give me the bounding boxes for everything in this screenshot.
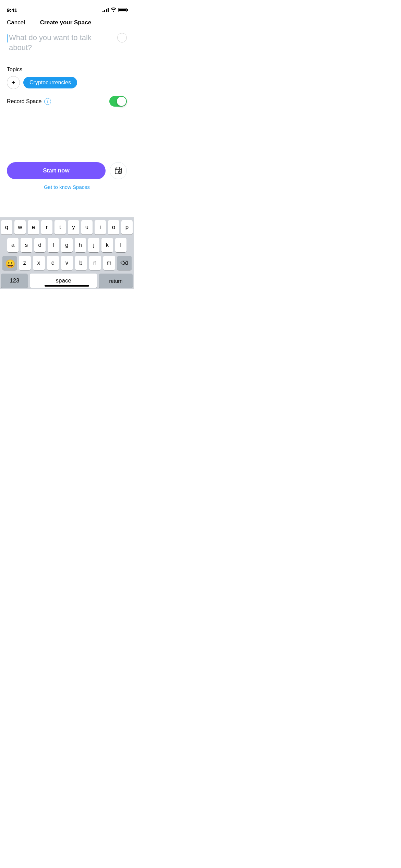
- key-m[interactable]: m: [103, 256, 115, 270]
- cancel-button[interactable]: Cancel: [7, 19, 25, 26]
- record-toggle[interactable]: [109, 96, 127, 107]
- start-now-label: Start now: [43, 167, 69, 174]
- key-n[interactable]: n: [89, 256, 101, 270]
- emoji-icon: 😀: [5, 259, 15, 269]
- info-icon-text: i: [47, 99, 48, 104]
- signal-icon: [102, 8, 109, 12]
- record-left: Record Space i: [7, 98, 51, 105]
- key-c[interactable]: c: [47, 256, 59, 270]
- action-area: Start now Get to know Spaces: [0, 162, 134, 190]
- emoji-button[interactable]: 😀: [4, 258, 16, 270]
- record-space-row: Record Space i: [7, 96, 127, 107]
- key-j[interactable]: j: [88, 238, 99, 252]
- main-content: What do you want to talk about? Topics +…: [0, 30, 134, 107]
- key-k[interactable]: k: [101, 238, 113, 252]
- topic-chip-cryptocurrencies[interactable]: Cryptocurrencies: [23, 77, 77, 88]
- text-cursor: [7, 34, 8, 43]
- key-u[interactable]: u: [81, 220, 93, 234]
- key-o[interactable]: o: [108, 220, 119, 234]
- key-i[interactable]: i: [95, 220, 106, 234]
- home-indicator: [45, 285, 89, 287]
- info-icon[interactable]: i: [44, 98, 51, 105]
- delete-icon: ⌫: [120, 260, 128, 266]
- keyboard: q w e r t y u i o p a s d f g h j k l ⇧ …: [0, 217, 134, 289]
- topics-row: + Cryptocurrencies: [7, 76, 127, 89]
- wifi-icon: [111, 8, 116, 13]
- topics-label: Topics: [7, 67, 127, 73]
- calendar-clock-icon: [114, 167, 122, 175]
- battery-icon: [118, 8, 127, 12]
- key-s[interactable]: s: [21, 238, 32, 252]
- key-v[interactable]: v: [61, 256, 73, 270]
- start-now-button[interactable]: Start now: [7, 162, 106, 179]
- toggle-thumb: [117, 97, 126, 106]
- key-w[interactable]: w: [14, 220, 26, 234]
- key-t[interactable]: t: [54, 220, 66, 234]
- key-l[interactable]: l: [115, 238, 126, 252]
- status-bar: 9:41: [0, 0, 134, 15]
- status-icons: [102, 8, 127, 13]
- keyboard-row-3: ⇧ z x c v b n m ⌫: [1, 256, 133, 270]
- key-d[interactable]: d: [34, 238, 46, 252]
- delete-key[interactable]: ⌫: [117, 256, 132, 270]
- key-z[interactable]: z: [19, 256, 31, 270]
- bottom-area: [0, 285, 134, 287]
- key-x[interactable]: x: [33, 256, 45, 270]
- plus-icon: +: [11, 79, 15, 86]
- record-label: Record Space: [7, 98, 41, 105]
- key-y[interactable]: y: [68, 220, 79, 234]
- schedule-button[interactable]: [110, 162, 127, 179]
- key-r[interactable]: r: [41, 220, 52, 234]
- add-topic-button[interactable]: +: [7, 76, 20, 89]
- key-q[interactable]: q: [1, 220, 12, 234]
- key-f[interactable]: f: [48, 238, 59, 252]
- key-e[interactable]: e: [28, 220, 39, 234]
- keyboard-row-1: q w e r t y u i o p: [1, 220, 133, 234]
- action-buttons-row: Start now: [7, 162, 127, 179]
- space-title-input-area[interactable]: What do you want to talk about?: [7, 33, 127, 58]
- key-g[interactable]: g: [61, 238, 72, 252]
- keyboard-row-2: a s d f g h j k l: [1, 238, 133, 252]
- get-to-know-link[interactable]: Get to know Spaces: [7, 184, 127, 190]
- page-title: Create your Space: [40, 19, 91, 26]
- key-h[interactable]: h: [75, 238, 86, 252]
- avatar-circle: [117, 33, 127, 43]
- key-p[interactable]: p: [121, 220, 133, 234]
- key-b[interactable]: b: [75, 256, 87, 270]
- status-time: 9:41: [7, 7, 17, 13]
- topics-section: Topics + Cryptocurrencies: [7, 67, 127, 89]
- space-title-placeholder: What do you want to talk about?: [9, 33, 114, 52]
- nav-bar: Cancel Create your Space: [0, 15, 134, 30]
- key-a[interactable]: a: [7, 238, 19, 252]
